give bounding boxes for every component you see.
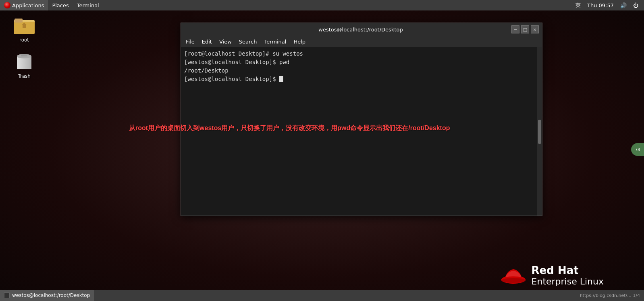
lang-indicator[interactable]: 英 [574,2,582,9]
terminal-label: Terminal [77,2,99,8]
menu-help[interactable]: Help [290,38,309,46]
taskbar-terminal-label: westos@localhost:/root/Desktop [12,293,90,298]
term-line-4: [westos@localhost Desktop]$ [184,75,539,83]
maximize-button[interactable]: □ [521,25,529,33]
minimize-button[interactable]: − [511,25,519,33]
menu-terminal[interactable]: Terminal [261,38,289,46]
term-line-1: [root@localhost Desktop]# su westos [184,50,539,58]
redhat-line2: Enterprise Linux [532,276,604,286]
top-bar: Applications Places Terminal 英 Thu 09:57… [0,0,644,10]
circle-badge-value: 78 [635,147,640,152]
window-controls: − □ × [511,25,539,33]
taskbar-terminal-item[interactable]: westos@localhost:/root/Desktop [0,290,94,301]
terminal-window: westos@localhost:/root/Desktop − □ × Fil… [181,23,542,216]
term-line-2: [westos@localhost Desktop]$ pwd [184,58,539,66]
terminal-titlebar: westos@localhost:/root/Desktop − □ × [181,23,542,36]
power-icon[interactable]: ⏻ [632,2,640,8]
trash-icon[interactable]: Trash [8,51,40,79]
svg-rect-5 [23,25,26,28]
applications-menu[interactable]: Applications [0,0,48,10]
menu-view[interactable]: View [216,38,235,46]
menu-edit[interactable]: Edit [199,38,215,46]
menu-file[interactable]: File [183,38,198,46]
folder-svg [14,16,35,34]
term-line-3: /root/Desktop [184,66,539,75]
taskbar: westos@localhost:/root/Desktop https://b… [0,290,644,301]
redhat-logo: Red Hat Enterprise Linux [501,264,604,286]
places-menu[interactable]: Places [48,0,73,10]
desktop: Applications Places Terminal 英 Thu 09:57… [0,0,644,301]
desktop-icons: root [8,15,40,79]
redhat-logo-text: Red Hat Enterprise Linux [532,264,604,286]
redhat-ball-icon [4,2,10,8]
applications-label: Applications [12,2,44,8]
circle-badge: 78 [631,143,644,156]
scrollbar-thumb[interactable] [538,120,541,144]
svg-point-14 [501,278,526,283]
svg-rect-3 [15,19,23,23]
annotation-text: 从root用户的桌面切入到westos用户，只切换了用户，没有改变环境，用pwd… [129,124,450,133]
top-bar-right: 英 Thu 09:57 🔊 ⏻ [574,2,644,9]
top-bar-left: Applications Places Terminal [0,0,103,10]
svg-rect-11 [21,54,27,56]
terminal-title: westos@localhost:/root/Desktop [210,27,511,33]
taskbar-terminal-icon [4,293,10,298]
menu-search[interactable]: Search [236,38,260,46]
clock: Thu 09:57 [586,2,615,8]
taskbar-right: https://blog.csdn.net/... 1/4 [580,293,644,298]
places-label: Places [52,2,69,8]
redhat-line1: Red Hat [532,264,604,276]
terminal-menubar: File Edit View Search Terminal Help [181,36,542,47]
terminal-menu[interactable]: Terminal [73,0,103,10]
terminal-scrollbar[interactable] [537,47,542,216]
trash-icon-label: Trash [18,73,31,79]
redhat-hat-svg [501,264,527,286]
cursor [279,76,283,82]
trash-svg [15,51,33,72]
volume-icon[interactable]: 🔊 [619,2,628,8]
close-button[interactable]: × [531,25,539,33]
root-icon-label: root [19,37,29,43]
taskbar-url-text: https://blog.csdn.net/... 1/4 [580,293,640,298]
root-folder-icon[interactable]: root [8,15,40,43]
